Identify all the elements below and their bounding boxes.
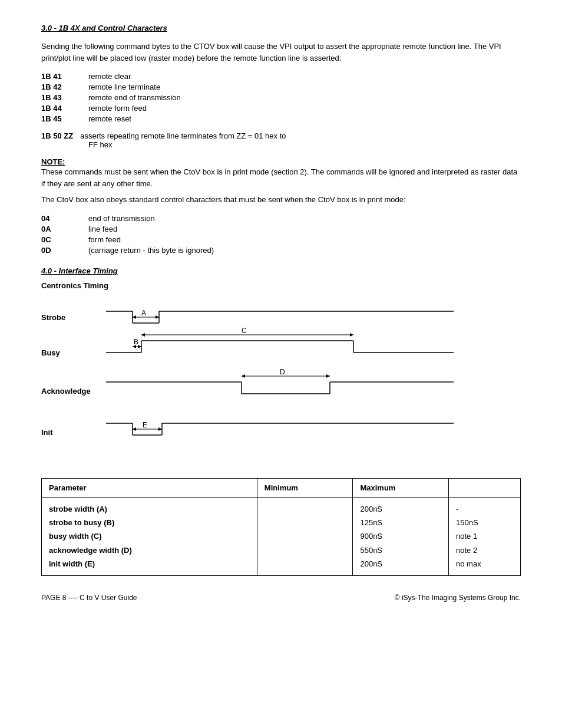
timing-svg: Strobe A Busy B C Acknowledge: [41, 299, 489, 465]
label-d: D: [280, 368, 285, 376]
note-text1: These commands must be sent when the Cto…: [41, 166, 521, 189]
command-list: 1B 41 remote clear 1B 42 remote line ter…: [41, 72, 521, 123]
cmd-code-3: 1B 43: [41, 93, 88, 102]
cmd-desc-4: remote form feed: [88, 104, 521, 113]
ctrl-cmd-desc-4: (carriage return - this byte is ignored): [88, 246, 521, 255]
ack-label: Acknowledge: [41, 387, 91, 396]
ctrl-cmd-desc-2: line feed: [88, 225, 521, 233]
ctrl-cmd-desc-1: end of transmission: [88, 214, 521, 223]
command-row-3: 1B 43 remote end of transmission: [41, 93, 521, 102]
param-init-width: init width (E): [49, 559, 95, 568]
arrow-a-right: [156, 315, 159, 319]
label-e: E: [143, 421, 147, 429]
arrow-d-left: [242, 374, 245, 378]
note-busy-width: note 1: [456, 532, 477, 541]
note-init-width: no max: [456, 559, 481, 568]
param-busy-width: busy width (C): [49, 532, 102, 541]
ctrl-command-row-2: 0A line feed: [41, 225, 521, 233]
intro-text: Sending the following command bytes to t…: [41, 41, 521, 64]
note-strobe-busy: 150nS: [456, 518, 478, 527]
ctrl-cmd-code-2: 0A: [41, 225, 88, 233]
cmd-desc-5: remote reset: [88, 114, 521, 123]
section2-title: 4.0 - Interface Timing: [41, 266, 521, 275]
ctrl-cmd-code-3: 0C: [41, 235, 88, 244]
centronics-title: Centronics Timing: [41, 281, 521, 290]
init-label: Init: [41, 428, 53, 437]
param-strobe-width: strobe width (A): [49, 505, 107, 513]
cmd-code-2: 1B 42: [41, 83, 88, 91]
header-parameter: Parameter: [42, 478, 257, 497]
footer-left: PAGE 8 ---- C to V User Guide: [41, 594, 137, 602]
max-ack-width: 550nS: [360, 546, 382, 555]
command-row-1: 1B 41 remote clear: [41, 72, 521, 81]
special-cmd-desc1: asserts repeating remote line terminates…: [80, 131, 286, 140]
arrow-a-left: [133, 315, 136, 319]
table-header-row: Parameter Minimum Maximum: [42, 478, 521, 497]
ctrl-cmd-code-4: 0D: [41, 246, 88, 255]
note-ack-width: note 2: [456, 546, 477, 555]
arrow-d-right: [326, 374, 330, 378]
timing-diagram: Strobe A Busy B C Acknowledge: [41, 299, 521, 466]
command-row-4: 1B 44 remote form feed: [41, 104, 521, 113]
section1-title: 3.0 - 1B 4X and Control Characters: [41, 24, 521, 32]
footer-right: © iSys-The Imaging Systems Group Inc.: [395, 594, 521, 602]
arrow-e-right: [158, 427, 162, 431]
header-minimum: Minimum: [257, 478, 353, 497]
param-mins: [257, 497, 353, 576]
cmd-desc-1: remote clear: [88, 72, 521, 81]
note-text2: The CtoV box also obeys standard control…: [41, 194, 521, 206]
note-title: NOTE:: [41, 157, 521, 166]
label-a: A: [141, 309, 146, 317]
cmd-code-5: 1B 45: [41, 114, 88, 123]
max-init-width: 200nS: [360, 559, 382, 568]
special-command: 1B 50 ZZ asserts repeating remote line t…: [41, 131, 521, 149]
arrow-c-right: [350, 333, 353, 337]
ctrl-command-row-1: 04 end of transmission: [41, 214, 521, 223]
control-command-list: 04 end of transmission 0A line feed 0C f…: [41, 214, 521, 255]
command-row-5: 1B 45 remote reset: [41, 114, 521, 123]
special-cmd-desc2: FF hex: [41, 140, 521, 149]
command-row-2: 1B 42 remote line terminate: [41, 83, 521, 91]
table-data-row: strobe width (A) strobe to busy (B) busy…: [42, 497, 521, 576]
param-maxs: 200nS 125nS 900nS 550nS 200nS: [353, 497, 449, 576]
header-maximum: Maximum: [353, 478, 449, 497]
param-ack-width: acknowledge width (D): [49, 546, 132, 555]
max-strobe-busy: 125nS: [360, 518, 382, 527]
footer: PAGE 8 ---- C to V User Guide © iSys-The…: [41, 594, 521, 602]
strobe-label: Strobe: [41, 313, 65, 322]
arrow-e-left: [133, 427, 136, 431]
param-strobe-busy: strobe to busy (B): [49, 518, 114, 527]
param-notes: - 150nS note 1 note 2 no max: [449, 497, 521, 576]
header-notes: [449, 478, 521, 497]
label-c: C: [242, 327, 247, 335]
cmd-desc-2: remote line terminate: [88, 83, 521, 91]
max-strobe-width: 200nS: [360, 505, 382, 513]
ctrl-cmd-desc-3: form feed: [88, 235, 521, 244]
busy-label: Busy: [41, 348, 61, 357]
max-busy-width: 900nS: [360, 532, 382, 541]
cmd-desc-3: remote end of transmission: [88, 93, 521, 102]
cmd-code-1: 1B 41: [41, 72, 88, 81]
note-section: NOTE: These commands must be sent when t…: [41, 157, 521, 206]
ctrl-cmd-code-1: 04: [41, 214, 88, 223]
ctrl-command-row-4: 0D (carriage return - this byte is ignor…: [41, 246, 521, 255]
note-strobe-width: -: [456, 505, 458, 513]
ctrl-command-row-3: 0C form feed: [41, 235, 521, 244]
arrow-c-left: [141, 333, 145, 337]
special-cmd-code: 1B 50 ZZ: [41, 131, 73, 140]
cmd-code-4: 1B 44: [41, 104, 88, 113]
param-table: Parameter Minimum Maximum strobe width (…: [41, 478, 521, 577]
label-b: B: [134, 338, 138, 346]
param-names: strobe width (A) strobe to busy (B) busy…: [42, 497, 257, 576]
